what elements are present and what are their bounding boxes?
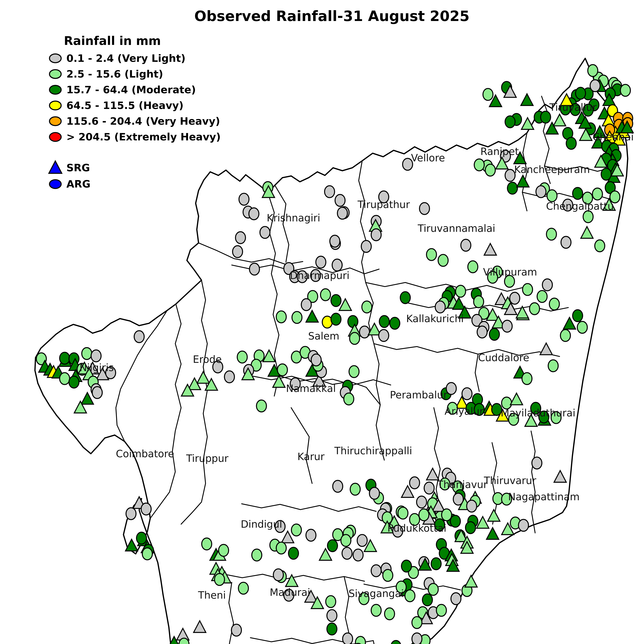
station-marker xyxy=(540,343,552,355)
district-label: Namakkal xyxy=(286,383,336,394)
station-marker xyxy=(560,330,570,341)
station-marker xyxy=(306,529,316,541)
station-marker xyxy=(456,285,466,297)
station-marker xyxy=(507,182,518,194)
station-marker xyxy=(465,575,477,587)
station-marker xyxy=(536,186,546,198)
station-marker xyxy=(231,624,241,636)
station-marker xyxy=(92,387,102,399)
station-marker xyxy=(263,350,275,362)
station-marker xyxy=(505,169,515,181)
station-marker xyxy=(410,477,420,489)
station-marker xyxy=(541,111,551,123)
district-label: Tirupathur xyxy=(357,199,410,210)
station-marker xyxy=(219,544,229,556)
station-marker xyxy=(371,565,381,577)
station-marker xyxy=(523,284,533,295)
station-marker xyxy=(554,471,566,482)
station-marker xyxy=(419,509,429,521)
station-marker xyxy=(489,328,499,340)
station-marker xyxy=(484,243,496,255)
district-label: Coimbatore xyxy=(116,448,174,460)
legend-swatch xyxy=(49,70,61,78)
station-marker xyxy=(592,188,603,200)
legend-swatch xyxy=(49,133,61,141)
srg-triangle-icon xyxy=(49,161,62,173)
station-marker xyxy=(581,227,593,238)
station-marker xyxy=(483,88,493,100)
page-title: Observed Rainfall-31 August 2025 xyxy=(194,8,469,24)
station-marker xyxy=(385,608,395,620)
gauge-type-label: ARG xyxy=(66,178,90,190)
district-label: Erode xyxy=(193,354,222,365)
legend-item-label: > 204.5 (Extremely Heavy) xyxy=(66,131,221,143)
district-label: Krishnagiri xyxy=(267,212,320,224)
district-label: Villupuram xyxy=(483,266,537,278)
district-label: Tiruppur xyxy=(186,453,228,464)
station-marker xyxy=(379,316,389,327)
rainfall-map-page: Observed Rainfall-31 August 2025 xyxy=(0,0,644,644)
station-marker xyxy=(485,164,495,176)
district-label: Dindigul xyxy=(241,518,282,530)
station-marker xyxy=(435,301,445,313)
station-marker xyxy=(348,316,358,327)
station-marker xyxy=(422,594,432,606)
station-marker xyxy=(137,532,147,544)
station-marker xyxy=(235,232,245,244)
station-marker xyxy=(316,256,326,268)
station-marker xyxy=(546,228,556,240)
station-marker xyxy=(238,582,248,594)
station-marker xyxy=(450,515,460,527)
station-marker xyxy=(353,549,363,561)
station-marker xyxy=(428,583,438,595)
station-marker xyxy=(549,298,559,310)
station-marker xyxy=(237,351,247,363)
legend-title: Rainfall in mm xyxy=(64,34,161,48)
district-label: Chennai xyxy=(593,131,634,143)
station-marker xyxy=(502,320,512,332)
station-marker xyxy=(260,226,270,238)
tamilnadu-rainfall-map: Observed Rainfall-31 August 2025 xyxy=(0,0,644,644)
legend-item-label: 115.6 - 204.4 (Very Heavy) xyxy=(66,115,220,127)
station-marker xyxy=(517,175,529,187)
district-label: Nilgiris xyxy=(79,362,114,373)
station-marker xyxy=(355,636,366,644)
station-marker xyxy=(400,292,410,304)
state-outline xyxy=(35,58,628,644)
station-marker xyxy=(289,547,299,559)
station-marker xyxy=(401,560,412,572)
station-marker xyxy=(518,519,528,531)
station-marker xyxy=(333,480,343,492)
station-marker xyxy=(583,211,593,223)
station-marker xyxy=(426,249,437,260)
station-marker xyxy=(306,310,318,322)
station-marker xyxy=(60,352,70,364)
district-label: Theni xyxy=(198,589,226,601)
station-marker xyxy=(379,330,389,341)
district-label: Sivagangai xyxy=(349,588,404,599)
station-marker xyxy=(194,621,206,632)
station-marker xyxy=(362,301,372,313)
station-marker xyxy=(371,604,381,616)
legend-swatch xyxy=(49,101,61,110)
station-marker xyxy=(320,289,331,301)
station-marker xyxy=(521,94,533,105)
station-marker xyxy=(577,321,587,333)
station-marker xyxy=(341,535,351,546)
station-marker xyxy=(427,468,439,480)
district-label: Dharmapuri xyxy=(290,270,349,281)
station-marker xyxy=(532,457,542,469)
station-marker xyxy=(474,159,484,171)
legend-item-label: 0.1 - 2.4 (Very Light) xyxy=(66,52,185,64)
station-marker xyxy=(505,116,515,128)
district-label: Vellore xyxy=(411,152,445,164)
station-marker xyxy=(477,326,487,338)
station-marker xyxy=(424,482,434,494)
station-marker xyxy=(529,303,540,315)
legend-swatch xyxy=(49,54,61,63)
station-marker xyxy=(301,299,311,311)
station-marker xyxy=(369,487,379,499)
station-marker xyxy=(291,524,301,536)
station-marker xyxy=(350,483,360,495)
station-marker xyxy=(325,186,335,198)
